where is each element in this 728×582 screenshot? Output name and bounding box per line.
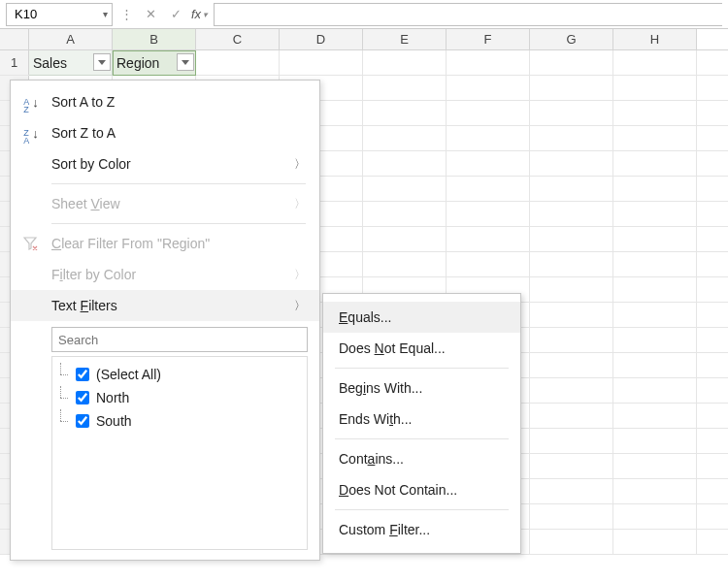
- row-header[interactable]: 1: [0, 50, 29, 75]
- filter-begins-with[interactable]: Begins With...: [323, 372, 520, 404]
- filter-does-not-contain[interactable]: Does Not Contain...: [323, 474, 520, 505]
- cell[interactable]: [363, 202, 447, 226]
- formula-input[interactable]: [214, 3, 722, 26]
- cell[interactable]: [447, 101, 530, 125]
- cell[interactable]: [363, 76, 447, 100]
- cell[interactable]: [363, 101, 447, 125]
- header-cell-region[interactable]: Region: [113, 50, 196, 76]
- col-header-g[interactable]: G: [530, 29, 613, 49]
- cell[interactable]: [613, 252, 697, 276]
- cell[interactable]: [530, 353, 613, 377]
- col-header-b[interactable]: B: [113, 29, 196, 49]
- tree-item[interactable]: North: [58, 386, 301, 409]
- name-box[interactable]: K10 ▾: [6, 3, 113, 26]
- select-all-corner[interactable]: [0, 29, 29, 49]
- cell[interactable]: [363, 126, 447, 150]
- col-header-f[interactable]: F: [447, 29, 530, 49]
- cell[interactable]: [530, 479, 613, 503]
- col-header-h[interactable]: H: [613, 29, 697, 49]
- filter-does-not-equal[interactable]: Does Not Equal...: [323, 333, 520, 364]
- filter-search-input[interactable]: [51, 327, 308, 352]
- checkbox[interactable]: [76, 391, 89, 404]
- cell[interactable]: [613, 177, 697, 201]
- col-header-c[interactable]: C: [196, 29, 280, 49]
- cell[interactable]: [613, 303, 697, 327]
- cell[interactable]: [363, 227, 447, 251]
- cell[interactable]: [196, 50, 280, 75]
- cell[interactable]: [530, 429, 613, 453]
- separator: [335, 368, 509, 369]
- cell[interactable]: [613, 227, 697, 251]
- cell[interactable]: [530, 151, 613, 176]
- filter-values-tree[interactable]: (Select All) North South: [51, 356, 308, 550]
- tree-item[interactable]: South: [58, 409, 301, 433]
- filter-contains[interactable]: Contains...: [323, 443, 520, 474]
- cell[interactable]: [530, 227, 613, 251]
- cell[interactable]: [447, 50, 530, 75]
- cell[interactable]: [613, 126, 697, 150]
- filter-search[interactable]: [51, 327, 308, 352]
- cell[interactable]: [613, 76, 697, 100]
- fx-label[interactable]: fx ▾: [191, 7, 208, 21]
- cell[interactable]: [613, 479, 697, 503]
- filter-equals[interactable]: Equals...: [323, 302, 520, 333]
- accept-icon[interactable]: ✓: [166, 5, 185, 24]
- cell[interactable]: [447, 126, 530, 150]
- cell[interactable]: [280, 50, 363, 75]
- cell[interactable]: [447, 177, 530, 201]
- cancel-icon[interactable]: ✕: [141, 5, 160, 24]
- cell[interactable]: [530, 404, 613, 428]
- cell[interactable]: [613, 101, 697, 125]
- cell[interactable]: [613, 378, 697, 403]
- cell[interactable]: [530, 252, 613, 276]
- cell[interactable]: [363, 151, 447, 176]
- cell[interactable]: [530, 530, 613, 554]
- cell[interactable]: [613, 429, 697, 453]
- cell[interactable]: [447, 76, 530, 100]
- cell[interactable]: [613, 530, 697, 554]
- sort-a-to-z[interactable]: AZ↓ Sort A to Z: [11, 86, 319, 117]
- sort-by-color[interactable]: Sort by Color 〉: [11, 148, 319, 179]
- col-header-d[interactable]: D: [280, 29, 363, 49]
- cell[interactable]: [530, 202, 613, 226]
- cell[interactable]: [530, 277, 613, 302]
- cell[interactable]: [613, 454, 697, 478]
- cell[interactable]: [613, 353, 697, 377]
- cell[interactable]: [613, 504, 697, 529]
- cell[interactable]: [530, 378, 613, 403]
- cell[interactable]: [530, 50, 613, 75]
- cell[interactable]: [530, 101, 613, 125]
- filter-ends-with[interactable]: Ends With...: [323, 404, 520, 435]
- cell[interactable]: [363, 177, 447, 201]
- cell[interactable]: [530, 328, 613, 352]
- cell[interactable]: [530, 454, 613, 478]
- cell[interactable]: [447, 151, 530, 176]
- cell[interactable]: [613, 404, 697, 428]
- sort-z-to-a[interactable]: ZA↓ Sort Z to A: [11, 117, 319, 148]
- cell[interactable]: [613, 50, 697, 75]
- text-filters[interactable]: Text Filters 〉: [11, 290, 319, 321]
- cell[interactable]: [447, 202, 530, 226]
- col-header-e[interactable]: E: [363, 29, 447, 49]
- header-cell-sales[interactable]: Sales: [29, 50, 113, 76]
- cell[interactable]: [363, 252, 447, 276]
- tree-item-select-all[interactable]: (Select All): [58, 363, 301, 386]
- cell[interactable]: [613, 328, 697, 352]
- cell[interactable]: [530, 504, 613, 529]
- cell[interactable]: [530, 126, 613, 150]
- col-header-a[interactable]: A: [29, 29, 113, 49]
- cell[interactable]: [613, 277, 697, 302]
- filter-custom[interactable]: Custom Filter...: [323, 514, 520, 545]
- cell[interactable]: [530, 76, 613, 100]
- filter-dropdown-button[interactable]: [177, 53, 194, 71]
- cell[interactable]: [363, 50, 447, 75]
- cell[interactable]: [530, 303, 613, 327]
- filter-dropdown-button[interactable]: [93, 53, 111, 71]
- cell[interactable]: [613, 151, 697, 176]
- cell[interactable]: [447, 252, 530, 276]
- checkbox[interactable]: [76, 368, 89, 381]
- cell[interactable]: [447, 227, 530, 251]
- cell[interactable]: [530, 177, 613, 201]
- checkbox[interactable]: [76, 414, 89, 428]
- cell[interactable]: [613, 202, 697, 226]
